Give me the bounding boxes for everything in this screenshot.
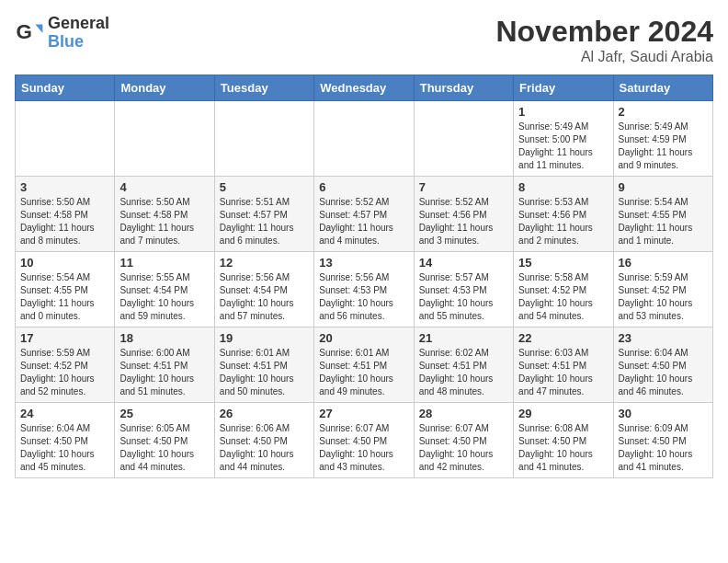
day-info: Sunrise: 5:56 AMSunset: 4:53 PMDaylight:… bbox=[319, 271, 408, 323]
day-info: Sunrise: 5:52 AMSunset: 4:56 PMDaylight:… bbox=[419, 196, 508, 247]
logo: G General Blue bbox=[15, 15, 109, 52]
logo-icon: G bbox=[15, 18, 44, 48]
calendar-cell: 18Sunrise: 6:00 AMSunset: 4:51 PMDayligh… bbox=[115, 327, 214, 403]
day-info: Sunrise: 5:56 AMSunset: 4:54 PMDaylight:… bbox=[220, 271, 309, 323]
day-info: Sunrise: 5:51 AMSunset: 4:57 PMDaylight:… bbox=[220, 196, 309, 247]
day-number: 20 bbox=[319, 331, 408, 345]
day-number: 27 bbox=[319, 407, 408, 420]
day-number: 21 bbox=[419, 331, 508, 345]
weekday-header-row: SundayMondayTuesdayWednesdayThursdayFrid… bbox=[16, 75, 713, 101]
day-number: 14 bbox=[419, 256, 508, 270]
day-number: 8 bbox=[518, 180, 608, 194]
weekday-header-wednesday: Wednesday bbox=[314, 75, 414, 101]
day-info: Sunrise: 5:55 AMSunset: 4:54 PMDaylight:… bbox=[119, 271, 209, 323]
day-info: Sunrise: 5:49 AMSunset: 5:00 PMDaylight:… bbox=[518, 121, 608, 172]
calendar-week-row: 3Sunrise: 5:50 AMSunset: 4:58 PMDaylight… bbox=[16, 177, 713, 252]
day-info: Sunrise: 6:06 AMSunset: 4:50 PMDaylight:… bbox=[220, 422, 309, 474]
day-info: Sunrise: 6:02 AMSunset: 4:51 PMDaylight:… bbox=[419, 347, 508, 398]
day-number: 12 bbox=[220, 256, 309, 270]
calendar-cell: 29Sunrise: 6:08 AMSunset: 4:50 PMDayligh… bbox=[514, 403, 613, 478]
day-info: Sunrise: 6:04 AMSunset: 4:50 PMDaylight:… bbox=[20, 422, 109, 474]
calendar-cell: 28Sunrise: 6:07 AMSunset: 4:50 PMDayligh… bbox=[414, 403, 513, 478]
logo-text: General Blue bbox=[48, 15, 109, 52]
day-number: 22 bbox=[518, 331, 608, 345]
day-info: Sunrise: 6:03 AMSunset: 4:51 PMDaylight:… bbox=[518, 347, 608, 398]
day-number: 28 bbox=[419, 407, 508, 420]
day-number: 26 bbox=[220, 407, 309, 420]
calendar-cell: 23Sunrise: 6:04 AMSunset: 4:50 PMDayligh… bbox=[613, 327, 712, 403]
day-number: 24 bbox=[20, 407, 109, 420]
calendar-cell: 30Sunrise: 6:09 AMSunset: 4:50 PMDayligh… bbox=[613, 403, 712, 478]
day-info: Sunrise: 6:08 AMSunset: 4:50 PMDaylight:… bbox=[518, 422, 608, 474]
title-area: November 2024 Al Jafr, Saudi Arabia bbox=[495, 15, 713, 65]
calendar-cell: 15Sunrise: 5:58 AMSunset: 4:52 PMDayligh… bbox=[514, 252, 613, 327]
calendar-cell: 24Sunrise: 6:04 AMSunset: 4:50 PMDayligh… bbox=[16, 403, 115, 478]
calendar-cell: 13Sunrise: 5:56 AMSunset: 4:53 PMDayligh… bbox=[314, 252, 414, 327]
day-number: 2 bbox=[619, 105, 708, 119]
day-number: 16 bbox=[619, 256, 708, 270]
day-info: Sunrise: 5:49 AMSunset: 4:59 PMDaylight:… bbox=[619, 121, 708, 172]
calendar-cell: 10Sunrise: 5:54 AMSunset: 4:55 PMDayligh… bbox=[16, 252, 115, 327]
weekday-header-thursday: Thursday bbox=[414, 75, 513, 101]
day-number: 29 bbox=[518, 407, 608, 420]
weekday-header-sunday: Sunday bbox=[16, 75, 115, 101]
day-number: 23 bbox=[619, 331, 708, 345]
day-info: Sunrise: 5:52 AMSunset: 4:57 PMDaylight:… bbox=[319, 196, 408, 247]
calendar-cell: 5Sunrise: 5:51 AMSunset: 4:57 PMDaylight… bbox=[214, 177, 313, 252]
day-info: Sunrise: 5:50 AMSunset: 4:58 PMDaylight:… bbox=[119, 196, 209, 247]
calendar-cell: 1Sunrise: 5:49 AMSunset: 5:00 PMDaylight… bbox=[514, 101, 613, 177]
calendar-cell: 19Sunrise: 6:01 AMSunset: 4:51 PMDayligh… bbox=[214, 327, 313, 403]
calendar-cell: 16Sunrise: 5:59 AMSunset: 4:52 PMDayligh… bbox=[613, 252, 712, 327]
calendar-cell: 7Sunrise: 5:52 AMSunset: 4:56 PMDaylight… bbox=[414, 177, 513, 252]
day-info: Sunrise: 5:57 AMSunset: 4:53 PMDaylight:… bbox=[419, 271, 508, 323]
day-info: Sunrise: 6:07 AMSunset: 4:50 PMDaylight:… bbox=[319, 422, 408, 474]
calendar-cell: 9Sunrise: 5:54 AMSunset: 4:55 PMDaylight… bbox=[613, 177, 712, 252]
day-number: 25 bbox=[119, 407, 209, 420]
day-number: 1 bbox=[518, 105, 608, 119]
day-info: Sunrise: 5:53 AMSunset: 4:56 PMDaylight:… bbox=[518, 196, 608, 247]
svg-marker-1 bbox=[35, 24, 42, 33]
calendar-cell bbox=[115, 101, 214, 177]
calendar-cell: 3Sunrise: 5:50 AMSunset: 4:58 PMDaylight… bbox=[16, 177, 115, 252]
day-info: Sunrise: 5:54 AMSunset: 4:55 PMDaylight:… bbox=[619, 196, 708, 247]
calendar-week-row: 24Sunrise: 6:04 AMSunset: 4:50 PMDayligh… bbox=[16, 403, 713, 478]
calendar-cell: 12Sunrise: 5:56 AMSunset: 4:54 PMDayligh… bbox=[214, 252, 313, 327]
calendar-cell: 25Sunrise: 6:05 AMSunset: 4:50 PMDayligh… bbox=[115, 403, 214, 478]
calendar-cell bbox=[16, 101, 115, 177]
calendar-cell bbox=[414, 101, 513, 177]
calendar-week-row: 17Sunrise: 5:59 AMSunset: 4:52 PMDayligh… bbox=[16, 327, 713, 403]
day-info: Sunrise: 5:58 AMSunset: 4:52 PMDaylight:… bbox=[518, 271, 608, 323]
day-number: 15 bbox=[518, 256, 608, 270]
calendar-table: SundayMondayTuesdayWednesdayThursdayFrid… bbox=[15, 75, 713, 478]
calendar-week-row: 1Sunrise: 5:49 AMSunset: 5:00 PMDaylight… bbox=[16, 101, 713, 177]
day-info: Sunrise: 6:09 AMSunset: 4:50 PMDaylight:… bbox=[619, 422, 708, 474]
day-info: Sunrise: 5:59 AMSunset: 4:52 PMDaylight:… bbox=[20, 347, 109, 398]
header: G General Blue November 2024 Al Jafr, Sa… bbox=[15, 15, 713, 65]
day-number: 3 bbox=[20, 180, 109, 194]
calendar-cell: 8Sunrise: 5:53 AMSunset: 4:56 PMDaylight… bbox=[514, 177, 613, 252]
calendar-cell: 20Sunrise: 6:01 AMSunset: 4:51 PMDayligh… bbox=[314, 327, 414, 403]
calendar-cell: 14Sunrise: 5:57 AMSunset: 4:53 PMDayligh… bbox=[414, 252, 513, 327]
weekday-header-saturday: Saturday bbox=[613, 75, 712, 101]
calendar-cell: 27Sunrise: 6:07 AMSunset: 4:50 PMDayligh… bbox=[314, 403, 414, 478]
calendar-cell: 11Sunrise: 5:55 AMSunset: 4:54 PMDayligh… bbox=[115, 252, 214, 327]
month-title: November 2024 bbox=[495, 15, 713, 49]
calendar-cell: 2Sunrise: 5:49 AMSunset: 4:59 PMDaylight… bbox=[613, 101, 712, 177]
day-info: Sunrise: 6:00 AMSunset: 4:51 PMDaylight:… bbox=[119, 347, 209, 398]
day-number: 9 bbox=[619, 180, 708, 194]
weekday-header-tuesday: Tuesday bbox=[214, 75, 313, 101]
day-info: Sunrise: 6:07 AMSunset: 4:50 PMDaylight:… bbox=[419, 422, 508, 474]
calendar-cell: 6Sunrise: 5:52 AMSunset: 4:57 PMDaylight… bbox=[314, 177, 414, 252]
weekday-header-monday: Monday bbox=[115, 75, 214, 101]
day-number: 11 bbox=[119, 256, 209, 270]
logo-blue: Blue bbox=[48, 33, 109, 52]
day-number: 19 bbox=[220, 331, 309, 345]
location: Al Jafr, Saudi Arabia bbox=[495, 49, 713, 65]
day-number: 18 bbox=[119, 331, 209, 345]
day-info: Sunrise: 5:54 AMSunset: 4:55 PMDaylight:… bbox=[20, 271, 109, 323]
day-info: Sunrise: 6:05 AMSunset: 4:50 PMDaylight:… bbox=[119, 422, 209, 474]
day-info: Sunrise: 6:01 AMSunset: 4:51 PMDaylight:… bbox=[220, 347, 309, 398]
calendar-cell: 21Sunrise: 6:02 AMSunset: 4:51 PMDayligh… bbox=[414, 327, 513, 403]
calendar-cell: 22Sunrise: 6:03 AMSunset: 4:51 PMDayligh… bbox=[514, 327, 613, 403]
calendar-cell: 17Sunrise: 5:59 AMSunset: 4:52 PMDayligh… bbox=[16, 327, 115, 403]
